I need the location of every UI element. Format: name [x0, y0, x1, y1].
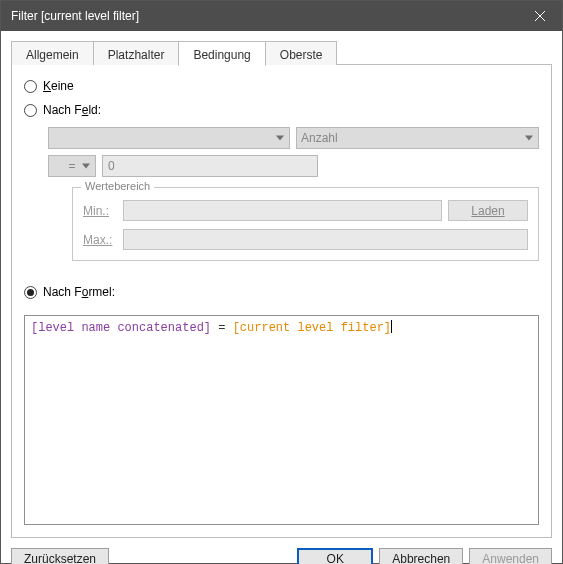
radio-byformula-row[interactable]: Nach Formel:	[24, 285, 539, 299]
radio-byfield-row[interactable]: Nach Feld:	[24, 103, 539, 117]
ok-button-label: OK	[327, 552, 344, 564]
tab-allgemein[interactable]: Allgemein	[11, 41, 94, 65]
max-label: Max.:	[83, 233, 117, 247]
load-button-label: Laden	[471, 204, 504, 218]
ok-button[interactable]: OK	[297, 548, 373, 564]
close-button[interactable]	[518, 1, 562, 31]
operator-combo-value: =	[68, 159, 75, 173]
tab-platzhalter[interactable]: Platzhalter	[93, 41, 180, 65]
chevron-down-icon	[525, 136, 533, 141]
apply-button-label: Anwenden	[482, 552, 539, 564]
min-input[interactable]	[123, 200, 442, 221]
range-groupbox: Wertebereich Min.: Laden Max.:	[72, 187, 539, 261]
aggregation-combo[interactable]: Anzahl	[296, 127, 539, 149]
chevron-down-icon	[82, 164, 90, 169]
radio-byformula[interactable]	[24, 286, 37, 299]
operator-combo[interactable]: =	[48, 155, 96, 177]
tab-label: Bedingung	[193, 48, 250, 62]
tabpanel-bedingung: Keine Nach Feld: Anzahl	[11, 65, 552, 538]
aggregation-combo-value: Anzahl	[301, 131, 338, 145]
radio-none[interactable]	[24, 80, 37, 93]
apply-button[interactable]: Anwenden	[469, 548, 552, 564]
byfield-section: Anzahl = 0 Wertebereich M	[48, 127, 539, 261]
formula-editor[interactable]: [level name concatenated] = [current lev…	[24, 315, 539, 525]
radio-byfield-label: Nach Feld:	[43, 103, 101, 117]
min-label: Min.:	[83, 204, 117, 218]
radio-byfield[interactable]	[24, 104, 37, 117]
reset-button[interactable]: Zurücksetzen	[11, 548, 109, 564]
footer: Zurücksetzen OK Abbrechen Anwenden	[1, 538, 562, 564]
formula-field-token: [level name concatenated]	[31, 321, 211, 335]
radio-none-label: Keine	[43, 79, 74, 93]
value-input[interactable]: 0	[102, 155, 318, 177]
tab-bedingung[interactable]: Bedingung	[178, 41, 265, 66]
formula-op-token: =	[211, 321, 233, 335]
reset-button-label: Zurücksetzen	[24, 552, 96, 564]
chevron-down-icon	[276, 136, 284, 141]
max-input[interactable]	[123, 229, 528, 250]
formula-param-token: [current level filter]	[233, 321, 391, 335]
field-combo[interactable]	[48, 127, 290, 149]
range-legend: Wertebereich	[81, 180, 154, 192]
cancel-button[interactable]: Abbrechen	[379, 548, 463, 564]
titlebar-title: Filter [current level filter]	[11, 9, 518, 23]
value-input-text: 0	[108, 159, 115, 173]
cancel-button-label: Abbrechen	[392, 552, 450, 564]
close-icon	[535, 11, 545, 21]
radio-none-row[interactable]: Keine	[24, 79, 539, 93]
dialog-window: Filter [current level filter] Allgemein …	[0, 0, 563, 564]
load-button[interactable]: Laden	[448, 200, 528, 221]
tab-label: Allgemein	[26, 48, 79, 62]
radio-byformula-label: Nach Formel:	[43, 285, 115, 299]
text-cursor	[391, 320, 392, 333]
tab-oberste[interactable]: Oberste	[265, 41, 338, 65]
content-area: Allgemein Platzhalter Bedingung Oberste …	[1, 31, 562, 538]
titlebar: Filter [current level filter]	[1, 1, 562, 31]
tab-label: Oberste	[280, 48, 323, 62]
tablist: Allgemein Platzhalter Bedingung Oberste	[11, 41, 552, 65]
tab-label: Platzhalter	[108, 48, 165, 62]
